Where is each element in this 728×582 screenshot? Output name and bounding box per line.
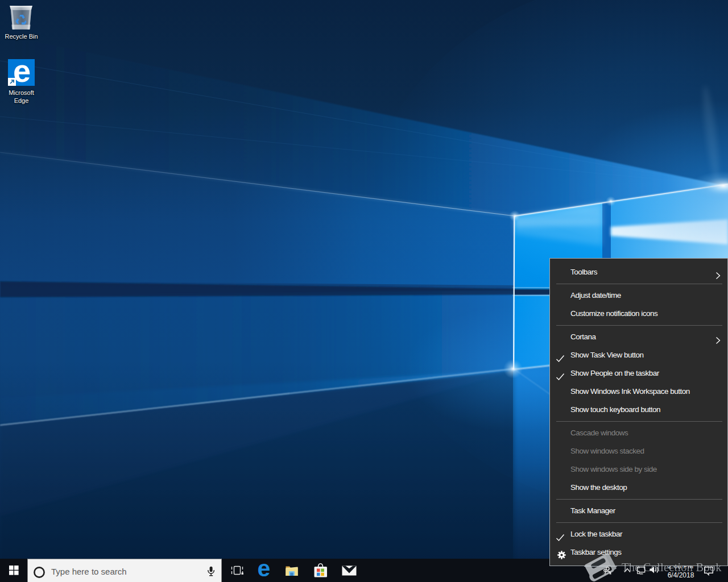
svg-text:e: e: [258, 559, 271, 581]
